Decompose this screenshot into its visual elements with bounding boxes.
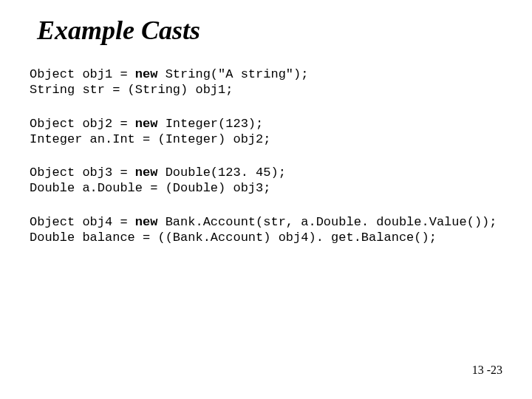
code-text: Double a.Double = (Double) obj3;: [30, 181, 270, 195]
code-text: Double(123. 45);: [157, 166, 285, 180]
code-text: Object obj1 =: [30, 67, 135, 81]
code-block-3: Object obj3 = new Double(123. 45); Doubl…: [30, 165, 502, 197]
code-text: String("A string");: [157, 67, 308, 81]
code-block-2: Object obj2 = new Integer(123); Integer …: [30, 116, 502, 148]
code-block-4: Object obj4 = new Bank.Account(str, a.Do…: [30, 214, 502, 246]
code-text: Integer(123);: [157, 117, 263, 131]
code-text: Object obj3 =: [30, 166, 135, 180]
keyword-new: new: [135, 117, 158, 131]
code-block-1: Object obj1 = new String("A string"); St…: [30, 66, 502, 98]
keyword-new: new: [135, 67, 158, 81]
code-text: Object obj4 =: [30, 215, 135, 229]
keyword-new: new: [135, 215, 158, 229]
code-text: Object obj2 =: [30, 117, 135, 131]
code-text: Bank.Account(str, a.Double. double.Value…: [157, 215, 497, 229]
code-text: String str = (String) obj1;: [30, 83, 233, 97]
slide: Example Casts Object obj1 = new String("…: [0, 0, 532, 399]
keyword-new: new: [135, 166, 158, 180]
page-title: Example Casts: [37, 15, 502, 46]
code-text: Double balance = ((Bank.Account) obj4). …: [30, 231, 437, 245]
page-number: 13 -23: [472, 364, 502, 377]
code-text: Integer an.Int = (Integer) obj2;: [30, 132, 270, 146]
